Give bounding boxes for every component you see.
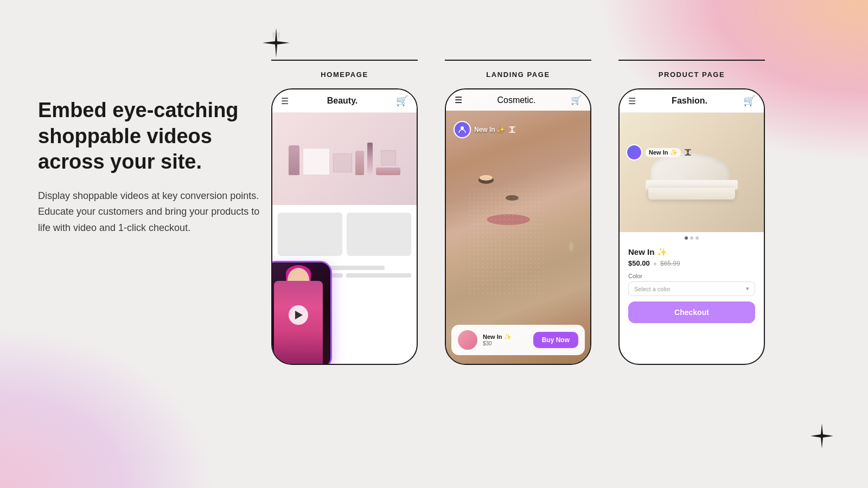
checkout-button[interactable]: Checkout <box>628 301 755 323</box>
dot-1 <box>685 236 688 240</box>
headline: Embed eye-catching shoppable videos acro… <box>38 98 266 175</box>
video-content <box>271 262 330 365</box>
video-overlay-phone <box>271 261 332 365</box>
earring <box>569 241 574 252</box>
product-hero-avatar <box>626 144 642 160</box>
cart-icon: 🛒 <box>396 95 408 107</box>
landing-phone: ☰ Cosmetic. 🛒 New In ✨ New In ✨ $30 Bu <box>445 88 591 365</box>
product-menu-icon: ☰ <box>628 96 636 106</box>
product-phone-header: ☰ Fashion. 🛒 <box>620 89 764 113</box>
product-new-in-badge: New In ✨ <box>626 144 692 160</box>
landing-column: LANDING PAGE ☰ Cosmetic. 🛒 <box>445 60 591 365</box>
homepage-phone-header: ☰ Beauty. 🛒 <box>272 89 417 113</box>
product-cart-icon: 🛒 <box>743 95 755 107</box>
menu-icon: ☰ <box>281 96 289 106</box>
color-placeholder: Select a color <box>634 286 671 292</box>
product-brand: Fashion. <box>672 96 707 106</box>
product-label-line <box>618 60 765 61</box>
cosmetic-tube-2 <box>355 151 364 175</box>
new-in-label: New In ✨ <box>474 126 505 133</box>
product-title-row: New In ✨ <box>628 247 755 257</box>
svg-point-0 <box>461 126 464 130</box>
product-info: New In ✨ $50.00 ● $65.99 Color Select a … <box>620 244 764 328</box>
color-select[interactable]: Select a color ▾ <box>628 281 755 296</box>
product-dots <box>620 232 764 244</box>
bg-gradient-bottom-left <box>0 325 217 488</box>
play-button[interactable] <box>289 305 308 325</box>
product-new-in-text: New In ✨ <box>646 148 681 157</box>
landing-brand: Cosmetic. <box>497 95 535 105</box>
homepage-brand: Beauty. <box>327 96 358 106</box>
landing-menu-icon: ☰ <box>455 95 462 105</box>
face-texture <box>468 187 544 296</box>
price-separator: ● <box>653 260 657 267</box>
skeleton-line-3 <box>346 273 411 278</box>
cosmetic-brush <box>367 143 373 175</box>
buy-bar: New In ✨ $30 Buy Now <box>451 325 585 355</box>
play-triangle <box>295 311 303 319</box>
homepage-label-line <box>271 60 418 61</box>
buy-bar-info: New In ✨ $30 <box>483 333 528 346</box>
phones-container: HOMEPAGE ☰ Beauty. 🛒 <box>271 60 765 365</box>
landing-header-overlay: ☰ Cosmetic. 🛒 <box>446 89 590 111</box>
product-column: PRODUCT PAGE ☰ Fashion. 🛒 New In ✨ <box>618 60 765 365</box>
homepage-phone: ☰ Beauty. 🛒 <box>271 88 418 365</box>
cosmetic-circle-sm <box>381 150 396 165</box>
sneaker-sole <box>648 188 735 200</box>
cosmetic-circle-large <box>303 148 330 175</box>
price-old: $65.99 <box>660 260 680 267</box>
cosmetic-compact <box>376 168 400 175</box>
product-expand-icon <box>684 149 692 156</box>
product-card-1 <box>278 213 342 256</box>
cosmetic-tube-1 <box>289 145 299 175</box>
cosmetic-circle-medium <box>333 153 352 172</box>
homepage-hero <box>272 113 417 205</box>
subtext: Display shoppable videos at key conversi… <box>38 188 266 236</box>
product-name: New In ✨ <box>628 247 667 257</box>
left-section: Embed eye-catching shoppable videos acro… <box>38 98 266 236</box>
expand-icon <box>508 126 516 133</box>
product-card-2 <box>347 213 411 256</box>
homepage-label: HOMEPAGE <box>321 70 368 79</box>
product-label: PRODUCT PAGE <box>659 70 725 79</box>
price-current: $50.00 <box>628 259 650 267</box>
price-row: $50.00 ● $65.99 <box>628 259 755 267</box>
homepage-product-grid <box>272 207 417 261</box>
buy-bar-price: $30 <box>483 341 528 346</box>
cosmetics-display <box>278 143 411 175</box>
product-hero: New In ✨ <box>620 113 764 232</box>
landing-label: LANDING PAGE <box>486 70 550 79</box>
buy-now-button[interactable]: Buy Now <box>533 332 578 348</box>
buy-bar-avatar <box>458 330 477 350</box>
eye-lid-left <box>480 175 493 181</box>
landing-cart-icon: 🛒 <box>571 95 582 105</box>
landing-label-line <box>445 60 591 61</box>
dot-2 <box>690 236 693 240</box>
dot-3 <box>695 236 699 240</box>
homepage-column: HOMEPAGE ☰ Beauty. 🛒 <box>271 60 418 365</box>
buy-bar-title: New In ✨ <box>483 333 528 341</box>
dropdown-chevron: ▾ <box>746 285 749 292</box>
color-label: Color <box>628 273 755 279</box>
star-icon-bottom-right <box>808 422 835 455</box>
new-in-badge: New In ✨ <box>454 121 516 138</box>
new-in-avatar <box>454 121 471 138</box>
product-phone: ☰ Fashion. 🛒 New In ✨ <box>618 88 765 365</box>
